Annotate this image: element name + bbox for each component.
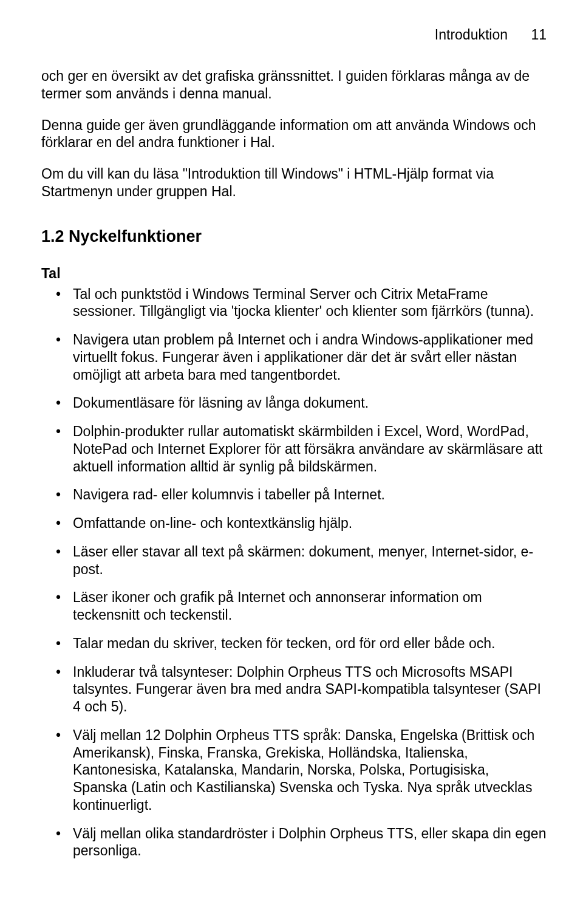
list-item: Tal och punktstöd i Windows Terminal Ser… — [41, 286, 547, 321]
list-item: Navigera rad- eller kolumnvis i tabeller… — [41, 486, 547, 504]
list-item: Inkluderar två talsynteser: Dolphin Orph… — [41, 663, 547, 716]
list-item: Läser ikoner och grafik på Internet och … — [41, 589, 547, 624]
list-item: Dolphin-produkter rullar automatiskt skä… — [41, 423, 547, 475]
document-page: Introduktion 11 och ger en översikt av d… — [0, 0, 583, 924]
feature-list: Tal och punktstöd i Windows Terminal Ser… — [41, 286, 547, 860]
list-item: Omfattande on-line- och kontextkänslig h… — [41, 515, 547, 532]
list-item: Navigera utan problem på Internet och i … — [41, 331, 547, 383]
list-item: Talar medan du skriver, tecken för tecke… — [41, 635, 547, 652]
subsection-heading: Tal — [41, 265, 547, 282]
header-section-name: Introduktion — [435, 27, 508, 43]
list-item: Dokumentläsare för läsning av långa doku… — [41, 394, 547, 412]
section-heading: 1.2 Nyckelfunktioner — [41, 227, 547, 246]
list-item: Läser eller stavar all text på skärmen: … — [41, 543, 547, 578]
body-paragraph: Denna guide ger även grundläggande infor… — [41, 117, 547, 152]
header-page-number: 11 — [531, 27, 547, 43]
body-paragraph: och ger en översikt av det grafiska grän… — [41, 67, 547, 103]
list-item: Välj mellan olika standardröster i Dolph… — [41, 825, 547, 860]
list-item: Välj mellan 12 Dolphin Orpheus TTS språk… — [41, 727, 547, 814]
body-paragraph: Om du vill kan du läsa "Introduktion til… — [41, 165, 547, 200]
running-header: Introduktion 11 — [41, 27, 547, 43]
